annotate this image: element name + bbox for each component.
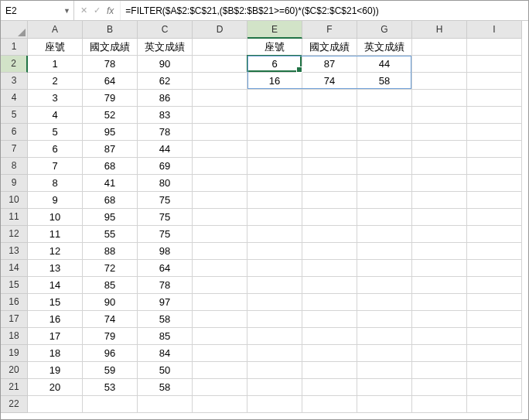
cell-I11[interactable] — [467, 209, 522, 226]
cell-D9[interactable] — [193, 175, 247, 192]
cell-E18[interactable] — [247, 328, 302, 345]
cell-B15[interactable]: 85 — [83, 277, 138, 294]
cell-D16[interactable] — [193, 294, 247, 311]
row-header-2[interactable]: 2 — [1, 56, 28, 73]
cell-F8[interactable] — [302, 158, 357, 175]
cell-reference-input[interactable] — [5, 5, 69, 16]
cell-B1[interactable]: 國文成績 — [83, 39, 138, 56]
cell-A8[interactable]: 7 — [28, 158, 83, 175]
cell-G10[interactable] — [357, 192, 412, 209]
row-header-5[interactable]: 5 — [1, 107, 28, 124]
cell-E1[interactable]: 座號 — [247, 39, 302, 56]
cell-A19[interactable]: 18 — [28, 345, 83, 362]
cell-F16[interactable] — [302, 294, 357, 311]
cell-H17[interactable] — [412, 311, 467, 328]
cell-H20[interactable] — [412, 362, 467, 379]
cell-F11[interactable] — [302, 209, 357, 226]
cell-H13[interactable] — [412, 243, 467, 260]
cell-F15[interactable] — [302, 277, 357, 294]
cell-I22[interactable] — [467, 396, 522, 413]
cell-B12[interactable]: 55 — [83, 226, 138, 243]
row-header-19[interactable]: 19 — [1, 345, 28, 362]
cell-A2[interactable]: 1 — [28, 56, 83, 73]
cell-D12[interactable] — [193, 226, 247, 243]
cell-G20[interactable] — [357, 362, 412, 379]
cell-H15[interactable] — [412, 277, 467, 294]
cell-H16[interactable] — [412, 294, 467, 311]
cell-E2[interactable]: 6 — [247, 56, 302, 73]
column-header-H[interactable]: H — [412, 21, 467, 39]
cell-G12[interactable] — [357, 226, 412, 243]
cell-F12[interactable] — [302, 226, 357, 243]
cell-I1[interactable] — [467, 39, 522, 56]
cell-F13[interactable] — [302, 243, 357, 260]
cell-H3[interactable] — [412, 73, 467, 90]
cell-E6[interactable] — [247, 124, 302, 141]
cell-D21[interactable] — [193, 379, 247, 396]
cell-C2[interactable]: 90 — [138, 56, 193, 73]
cell-G7[interactable] — [357, 141, 412, 158]
cell-A10[interactable]: 9 — [28, 192, 83, 209]
cell-I15[interactable] — [467, 277, 522, 294]
row-header-14[interactable]: 14 — [1, 260, 28, 277]
cell-D4[interactable] — [193, 90, 247, 107]
column-header-I[interactable]: I — [467, 21, 522, 39]
row-header-21[interactable]: 21 — [1, 379, 28, 396]
cell-G17[interactable] — [357, 311, 412, 328]
cell-B17[interactable]: 74 — [83, 311, 138, 328]
cell-C3[interactable]: 62 — [138, 73, 193, 90]
row-header-17[interactable]: 17 — [1, 311, 28, 328]
cell-G21[interactable] — [357, 379, 412, 396]
cell-H14[interactable] — [412, 260, 467, 277]
cell-B16[interactable]: 90 — [83, 294, 138, 311]
cell-E9[interactable] — [247, 175, 302, 192]
cell-A6[interactable]: 5 — [28, 124, 83, 141]
cell-A7[interactable]: 6 — [28, 141, 83, 158]
cell-A3[interactable]: 2 — [28, 73, 83, 90]
cell-C21[interactable]: 58 — [138, 379, 193, 396]
cell-D11[interactable] — [193, 209, 247, 226]
cell-H21[interactable] — [412, 379, 467, 396]
cell-B11[interactable]: 95 — [83, 209, 138, 226]
cell-A14[interactable]: 13 — [28, 260, 83, 277]
cell-F1[interactable]: 國文成績 — [302, 39, 357, 56]
row-header-12[interactable]: 12 — [1, 226, 28, 243]
cell-G22[interactable] — [357, 396, 412, 413]
cell-G16[interactable] — [357, 294, 412, 311]
cell-B14[interactable]: 72 — [83, 260, 138, 277]
cell-F18[interactable] — [302, 328, 357, 345]
cell-B4[interactable]: 79 — [83, 90, 138, 107]
cell-D13[interactable] — [193, 243, 247, 260]
cell-C18[interactable]: 85 — [138, 328, 193, 345]
cell-B7[interactable]: 87 — [83, 141, 138, 158]
cell-I21[interactable] — [467, 379, 522, 396]
cell-F21[interactable] — [302, 379, 357, 396]
cell-F4[interactable] — [302, 90, 357, 107]
cell-E11[interactable] — [247, 209, 302, 226]
cell-D6[interactable] — [193, 124, 247, 141]
cell-C6[interactable]: 78 — [138, 124, 193, 141]
cell-A5[interactable]: 4 — [28, 107, 83, 124]
cell-F19[interactable] — [302, 345, 357, 362]
cell-F6[interactable] — [302, 124, 357, 141]
cell-C1[interactable]: 英文成績 — [138, 39, 193, 56]
row-header-10[interactable]: 10 — [1, 192, 28, 209]
column-header-G[interactable]: G — [357, 21, 412, 39]
cell-F14[interactable] — [302, 260, 357, 277]
row-header-22[interactable]: 22 — [1, 396, 28, 413]
cell-H6[interactable] — [412, 124, 467, 141]
cell-B18[interactable]: 79 — [83, 328, 138, 345]
cell-C20[interactable]: 50 — [138, 362, 193, 379]
cell-E7[interactable] — [247, 141, 302, 158]
row-header-9[interactable]: 9 — [1, 175, 28, 192]
row-header-8[interactable]: 8 — [1, 158, 28, 175]
cell-I17[interactable] — [467, 311, 522, 328]
chevron-down-icon[interactable]: ▼ — [63, 7, 70, 15]
cell-F7[interactable] — [302, 141, 357, 158]
cell-A17[interactable]: 16 — [28, 311, 83, 328]
cell-C15[interactable]: 78 — [138, 277, 193, 294]
cell-B20[interactable]: 59 — [83, 362, 138, 379]
cell-I12[interactable] — [467, 226, 522, 243]
cell-I6[interactable] — [467, 124, 522, 141]
column-header-B[interactable]: B — [83, 21, 138, 39]
